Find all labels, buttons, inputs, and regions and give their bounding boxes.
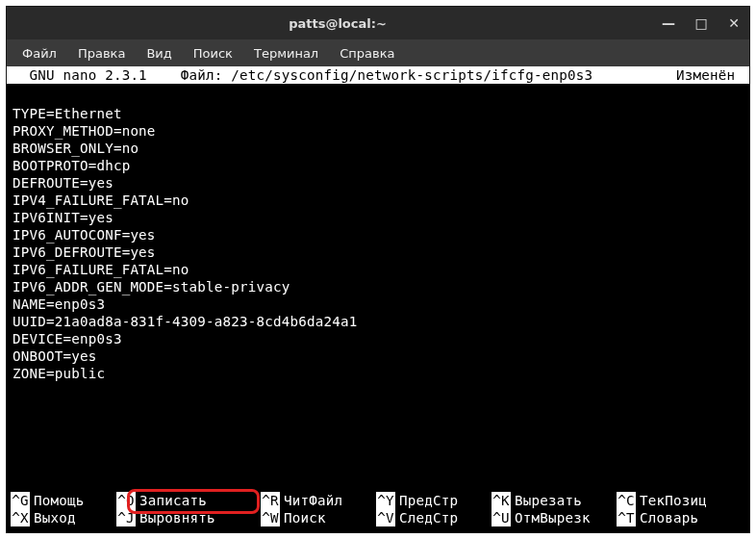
- menu-file[interactable]: Файл: [13, 42, 66, 64]
- editor-line[interactable]: DEVICE=enp0s3: [13, 330, 743, 347]
- shortcut-label: ПредСтр: [399, 492, 458, 509]
- shortcut-key: ^K: [491, 492, 511, 509]
- editor-line[interactable]: DEFROUTE=yes: [13, 174, 743, 192]
- shortcut-label: Выход: [34, 509, 76, 526]
- titlebar: patts@local:~ — □ ✕: [7, 7, 749, 39]
- shortcut-label: Вырезать: [515, 492, 582, 509]
- shortcut-label: СледСтр: [399, 509, 458, 526]
- editor-line[interactable]: BROWSER_ONLY=no: [13, 140, 743, 157]
- shortcut-key: ^U: [491, 509, 511, 526]
- nano-file: Файл: /etc/sysconfig/network-scripts/ifc…: [164, 66, 609, 84]
- shortcut-label: Записать: [139, 492, 207, 509]
- shortcut-key: ^W: [261, 509, 280, 526]
- shortcut-label: ОтмВырезк: [515, 509, 591, 526]
- editor-line[interactable]: IPV6_ADDR_GEN_MODE=stable-privacy: [13, 278, 743, 295]
- terminal-area[interactable]: GNU nano 2.3.1 Файл: /etc/sysconfig/netw…: [7, 66, 749, 532]
- nano-shortcut: ^WПоиск: [261, 509, 376, 526]
- shortcut-label: Поиск: [284, 509, 326, 526]
- editor-line[interactable]: PROXY_METHOD=none: [13, 122, 743, 140]
- nano-shortcut: ^VСледСтр: [376, 509, 491, 526]
- menu-search[interactable]: Поиск: [184, 42, 242, 64]
- nano-shortcut: ^OЗаписать: [116, 492, 261, 509]
- nano-shortcut: ^XВыход: [11, 509, 116, 526]
- nano-shortcut: ^GПомощь: [11, 492, 116, 509]
- nano-shortcut: ^CТекПозиц: [617, 492, 732, 509]
- nano-shortcut: ^JВыровнять: [116, 509, 261, 526]
- shortcut-key: ^T: [617, 509, 636, 526]
- menu-edit[interactable]: Правка: [68, 42, 135, 64]
- shortcut-label: Выровнять: [139, 509, 215, 526]
- menu-terminal[interactable]: Терминал: [244, 42, 328, 64]
- shortcut-key: ^C: [617, 492, 636, 509]
- nano-shortcuts: ^GПомощь^OЗаписать^RЧитФайл^YПредСтр^KВы…: [7, 492, 749, 532]
- shortcut-key: ^O: [116, 492, 136, 509]
- nano-header: GNU nano 2.3.1 Файл: /etc/sysconfig/netw…: [7, 66, 749, 84]
- editor-line[interactable]: NAME=enp0s3: [13, 295, 743, 313]
- shortcut-key: ^X: [11, 509, 30, 526]
- terminal-window: patts@local:~ — □ ✕ Файл Правка Вид Поис…: [6, 6, 750, 533]
- editor-line[interactable]: IPV6_AUTOCONF=yes: [13, 226, 743, 244]
- shortcut-key: ^G: [11, 492, 30, 509]
- window-title: patts@local:~: [14, 16, 661, 31]
- close-button[interactable]: ✕: [726, 15, 742, 31]
- editor-line[interactable]: IPV6INIT=yes: [13, 209, 743, 226]
- maximize-button[interactable]: □: [693, 15, 709, 31]
- nano-shortcut: ^TСловарь: [617, 509, 732, 526]
- editor-line[interactable]: IPV6_FAILURE_FATAL=no: [13, 261, 743, 278]
- shortcut-label: ТекПозиц: [640, 492, 707, 509]
- editor-line[interactable]: TYPE=Ethernet: [13, 105, 743, 122]
- editor-line[interactable]: BOOTPROTO=dhcp: [13, 157, 743, 174]
- shortcut-key: ^V: [376, 509, 395, 526]
- nano-shortcut: ^YПредСтр: [376, 492, 491, 509]
- shortcut-key: ^R: [261, 492, 280, 509]
- editor-line[interactable]: [13, 88, 743, 105]
- minimize-button[interactable]: —: [661, 15, 676, 31]
- nano-shortcut: ^UОтмВырезк: [491, 509, 617, 526]
- nano-version: GNU nano 2.3.1: [13, 66, 164, 84]
- nano-shortcut: ^KВырезать: [491, 492, 617, 509]
- shortcut-key: ^Y: [376, 492, 395, 509]
- menubar: Файл Правка Вид Поиск Терминал Справка: [7, 39, 749, 66]
- editor-line[interactable]: IPV6_DEFROUTE=yes: [13, 244, 743, 261]
- editor-line[interactable]: ONBOOT=yes: [13, 347, 743, 365]
- editor-line[interactable]: UUID=21a0ad8a-831f-4309-a823-8cd4b6da24a…: [13, 313, 743, 330]
- nano-shortcut: ^RЧитФайл: [261, 492, 376, 509]
- shortcut-key: ^J: [116, 509, 136, 526]
- shortcut-label: ЧитФайл: [284, 492, 342, 509]
- menu-view[interactable]: Вид: [137, 42, 181, 64]
- menu-help[interactable]: Справка: [330, 42, 404, 64]
- editor-line[interactable]: IPV4_FAILURE_FATAL=no: [13, 192, 743, 209]
- shortcut-label: Помощь: [34, 492, 84, 509]
- window-controls: — □ ✕: [661, 15, 742, 31]
- shortcut-label: Словарь: [640, 509, 698, 526]
- editor-line[interactable]: ZONE=public: [13, 365, 743, 382]
- nano-status: Изменён: [668, 66, 743, 84]
- editor-body[interactable]: TYPE=EthernetPROXY_METHOD=noneBROWSER_ON…: [7, 84, 749, 492]
